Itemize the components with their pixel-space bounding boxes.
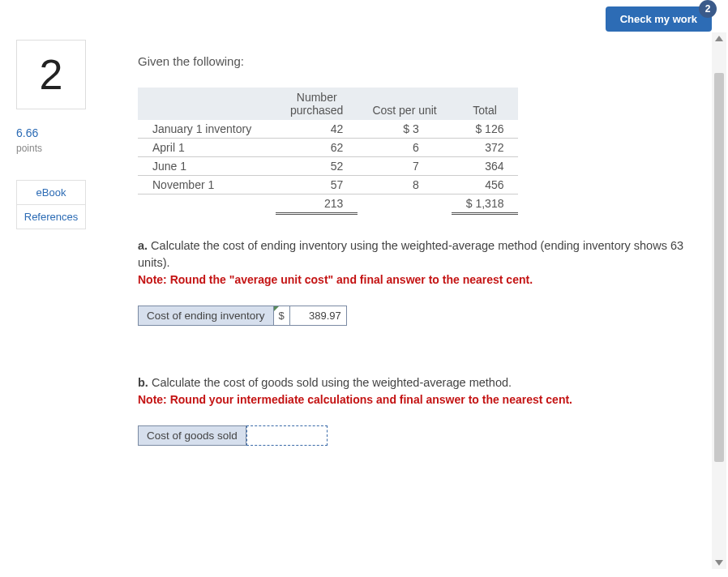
cell-cost: 7 [358,157,451,176]
table-row: April 1 62 6 372 [138,139,518,157]
part-b-text: b. Calculate the cost of goods sold usin… [138,374,704,391]
sidebar-link-references[interactable]: References [16,205,86,229]
table-header-name [138,88,276,120]
top-bar: Check my work 2 [0,0,728,32]
question-part-a: a. Calculate the cost of ending inventor… [138,237,704,326]
answer-row-a: Cost of ending inventory $ [138,306,704,326]
cell-total: 372 [452,139,519,157]
answer-input-b[interactable] [246,425,328,446]
table-header-total: Total [452,88,519,120]
cell-number: 52 [276,157,358,176]
answer-row-b: Cost of goods sold [138,425,704,446]
sidebar-links: eBook References [16,180,105,229]
content-area: Given the following: Numberpurchased Cos… [105,40,728,575]
part-letter: b. [138,376,148,389]
notification-badge: 2 [699,0,717,18]
cell-number: 57 [276,176,358,194]
part-body: Calculate the cost of goods sold using t… [148,376,512,389]
answer-label-a: Cost of ending inventory [138,306,274,326]
table-row: January 1 inventory 42 $ 3 $ 126 [138,120,518,139]
question-prompt: Given the following: [138,54,704,68]
cell-empty [358,194,451,214]
cell-number: 62 [276,139,358,157]
table-header-cost: Cost per unit [358,88,451,120]
question-part-b: b. Calculate the cost of goods sold usin… [138,374,704,446]
points-value: 6.66 [16,126,105,140]
cell-name: June 1 [138,157,276,176]
scroll-down-icon[interactable] [715,560,723,566]
check-my-work-button[interactable]: Check my work 2 [606,6,712,32]
part-a-note: Note: Round the "average unit cost" and … [138,273,704,286]
part-body: Calculate the cost of ending inventory u… [138,239,683,269]
sidebar-link-ebook[interactable]: eBook [16,180,86,205]
table-total-row: 213 $ 1,318 [138,194,518,214]
vertical-scrollbar[interactable] [712,32,726,569]
points-label: points [16,143,42,154]
check-button-label: Check my work [620,13,697,25]
cell-total: 364 [452,157,519,176]
currency-symbol: $ [274,306,290,326]
part-letter: a. [138,239,148,252]
table-header-number: Numberpurchased [276,88,358,120]
part-b-note: Note: Round your intermediate calculatio… [138,393,704,406]
scroll-thumb[interactable] [714,73,724,462]
part-a-text: a. Calculate the cost of ending inventor… [138,237,704,271]
inventory-table: Numberpurchased Cost per unit Total Janu… [138,88,518,215]
cell-cost: $ 3 [358,120,451,139]
cell-number-total: 213 [276,194,358,214]
question-number: 2 [40,50,63,99]
cell-total-total: $ 1,318 [452,194,519,214]
scroll-up-icon[interactable] [715,36,723,41]
cell-name: January 1 inventory [138,120,276,139]
cell-cost: 8 [358,176,451,194]
points-display: 6.66 points [16,126,105,156]
table-row: November 1 57 8 456 [138,176,518,194]
cell-total: $ 126 [452,120,519,139]
cell-total: 456 [452,176,519,194]
answer-input-a[interactable] [290,306,347,326]
cell-number: 42 [276,120,358,139]
cell-name: November 1 [138,176,276,194]
cell-name: April 1 [138,139,276,157]
cell-empty [138,194,276,214]
question-number-box: 2 [16,40,86,109]
answer-label-b: Cost of goods sold [138,425,246,446]
table-row: June 1 52 7 364 [138,157,518,176]
sidebar: 2 6.66 points eBook References [16,40,105,575]
cell-cost: 6 [358,139,451,157]
